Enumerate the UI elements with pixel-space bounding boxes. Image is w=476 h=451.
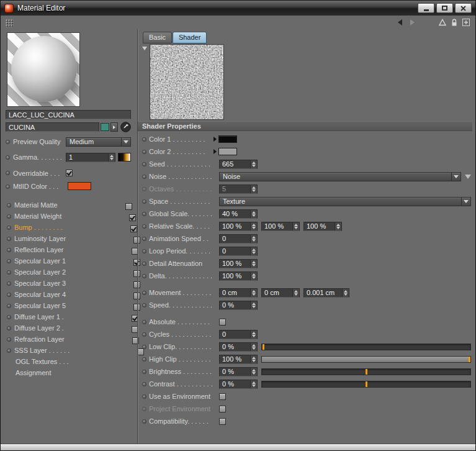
ogl-textures-link[interactable]: OGL Textures . . . [16,358,69,365]
movement-field-3[interactable]: 0.001 cm [303,288,349,298]
shader-preview[interactable] [150,44,224,120]
noise-dropdown[interactable]: Noise [219,172,461,181]
spin-up-icon[interactable] [252,290,256,293]
cycles-field[interactable]: 0 [219,330,258,339]
spin-up-icon[interactable] [252,369,256,371]
back-icon[interactable] [396,18,405,27]
animation-dot-icon[interactable] [6,171,10,175]
animation-dot-icon[interactable] [142,407,146,411]
noise-preset-icon[interactable] [465,175,471,179]
minimize-button[interactable] [418,3,434,13]
animation-dot-icon[interactable] [7,326,11,330]
brightness-slider[interactable] [261,368,471,375]
spin-down-icon[interactable] [252,214,256,217]
movement-field-2[interactable]: 0 cm [261,288,300,298]
animation-dot-icon[interactable] [7,293,11,297]
spin-arrows-icon[interactable] [250,247,257,255]
brightness-field[interactable]: 0 % [219,367,258,376]
high-clip-field[interactable]: 100 % [219,355,258,364]
animation-dot-icon[interactable] [142,199,146,204]
spin-arrows-icon[interactable] [250,235,257,243]
speed-field[interactable]: 0 % [219,301,258,310]
spin-down-icon[interactable] [252,264,256,266]
spin-down-icon[interactable] [344,293,348,296]
animation-dot-icon[interactable] [6,140,10,144]
spin-arrows-icon[interactable] [250,343,257,351]
layer-color-swatch[interactable] [101,123,109,131]
spin-down-icon[interactable] [252,335,256,337]
spin-up-icon[interactable] [252,248,256,251]
delta-field[interactable]: 100 % [219,271,258,281]
eyedropper-icon[interactable] [120,122,131,132]
mtlid-color-swatch[interactable] [68,182,91,190]
gamma-field[interactable]: 1 [66,153,115,162]
animation-dot-icon[interactable] [142,274,146,278]
animation-dot-icon[interactable] [142,162,146,166]
contrast-field[interactable]: 0 % [219,380,258,389]
add-icon[interactable] [462,18,470,27]
gamma-gradient-swatch[interactable] [118,153,131,162]
channel-checkbox-bump[interactable] [130,226,137,232]
animation-dot-icon[interactable] [142,249,146,253]
tab-basic[interactable]: Basic [143,32,172,43]
channel-label-specular-layer-1[interactable]: Specular Layer 1 [14,257,66,265]
animation-speed-field[interactable]: 0 [219,234,258,244]
spin-down-icon[interactable] [252,306,256,308]
spin-arrows-icon[interactable] [250,272,257,280]
animation-dot-icon[interactable] [142,394,146,399]
channel-label-specular-layer-3[interactable]: Specular Layer 3 [14,280,66,287]
animation-dot-icon[interactable] [142,175,146,179]
seed-field[interactable]: 665 [219,160,258,169]
absolute-checkbox[interactable] [219,319,226,326]
material-preview[interactable] [7,32,80,107]
space-dropdown[interactable]: Texture [219,197,471,206]
animation-dot-icon[interactable] [142,150,146,154]
channel-label-bump[interactable]: Bump . . . . . . . . [14,224,63,231]
slider-marker[interactable] [366,369,367,375]
spin-down-icon[interactable] [252,189,256,192]
spin-arrows-icon[interactable] [250,289,257,297]
animation-dot-icon[interactable] [7,337,11,342]
spin-down-icon[interactable] [252,239,256,242]
animation-dot-icon[interactable] [142,262,146,266]
animation-dot-icon[interactable] [142,332,146,337]
spin-down-icon[interactable] [252,360,256,362]
channel-label-refraction-layer[interactable]: Refraction Layer [14,335,65,343]
spin-down-icon[interactable] [294,227,298,229]
animation-dot-icon[interactable] [7,348,11,353]
lock-icon[interactable] [450,18,459,27]
animation-dot-icon[interactable] [142,303,146,308]
spin-up-icon[interactable] [252,211,256,214]
tab-shader[interactable]: Shader [173,32,207,43]
animation-dot-icon[interactable] [142,382,146,386]
animation-dot-icon[interactable] [7,304,11,308]
spin-down-icon[interactable] [336,227,340,229]
channel-label-specular-layer-2[interactable]: Specular Layer 2 [14,268,66,276]
spin-down-icon[interactable] [252,372,256,375]
spin-arrows-icon[interactable] [342,289,349,297]
animation-dot-icon[interactable] [142,224,146,229]
spin-up-icon[interactable] [252,332,256,334]
palette-grip[interactable] [6,19,14,27]
low-clip-field[interactable]: 0 % [219,342,258,352]
spin-up-icon[interactable] [336,224,340,226]
spin-arrows-icon[interactable] [335,222,341,230]
loop-period-field[interactable]: 0 [219,247,258,256]
animation-dot-icon[interactable] [142,320,146,324]
close-button[interactable] [455,3,472,13]
collapse-triangle-icon[interactable] [142,47,147,50]
color-expand-icon[interactable] [213,137,217,142]
slider-marker[interactable] [366,381,367,387]
spin-down-icon[interactable] [252,165,256,167]
animation-dot-icon[interactable] [7,259,11,263]
spin-down-icon[interactable] [252,385,256,387]
channel-checkbox-material-matte[interactable] [125,203,132,210]
animation-dot-icon[interactable] [142,357,146,362]
animation-dot-icon[interactable] [7,226,11,230]
spin-up-icon[interactable] [344,290,348,293]
channel-label-diffuse-layer-1[interactable]: Diffuse Layer 1 . [14,313,64,321]
spin-down-icon[interactable] [252,293,256,296]
animation-dot-icon[interactable] [142,370,146,374]
channel-label-material-matte[interactable]: Material Matte [14,201,58,209]
high-clip-slider[interactable] [261,356,471,363]
